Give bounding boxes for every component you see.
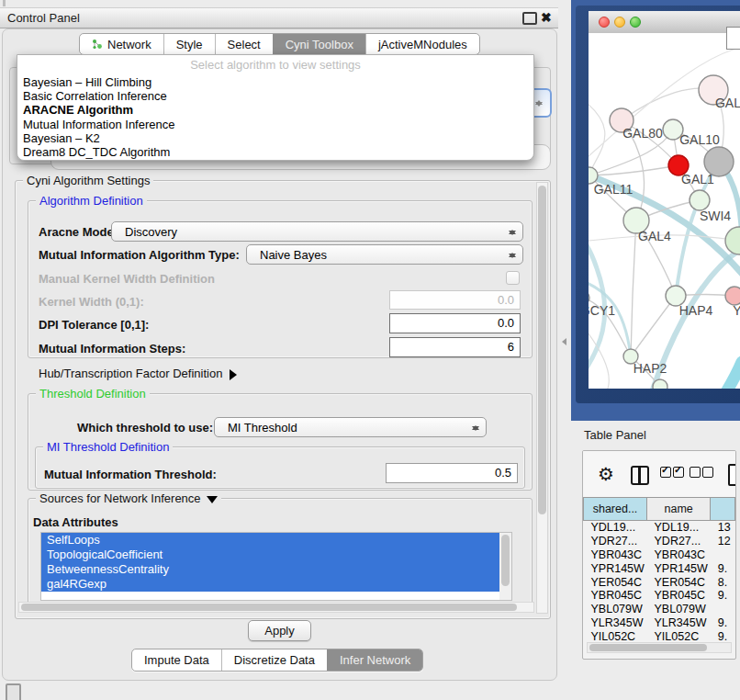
node-label: GAL4 (638, 229, 671, 243)
manual-kernel-label: Manual Kernel Width Definition (39, 272, 215, 286)
column-header[interactable]: shared... (584, 498, 647, 521)
algorithm-option[interactable]: ARACNE Algorithm (19, 103, 532, 117)
select-all-icon[interactable] (660, 467, 686, 480)
aracne-mode-value: Discovery (125, 225, 177, 239)
algorithm-option[interactable]: Basic Correlation Inference (19, 89, 532, 103)
table-cell: 9. (711, 561, 735, 575)
tab-impute-data[interactable]: Impute Data (132, 649, 221, 671)
table-cell: YER054C (647, 575, 711, 589)
panel-divider-arrow-icon[interactable] (558, 338, 566, 345)
node-label: GCY1 (589, 303, 615, 318)
float-window-icon[interactable] (522, 12, 537, 25)
mi-threshold-legend: MI Threshold Definition (43, 440, 173, 454)
attribute-item[interactable]: SelfLoops (41, 533, 506, 548)
network-node-gcy1[interactable] (589, 291, 589, 304)
column-header[interactable] (711, 498, 735, 521)
close-traffic-light-icon[interactable] (599, 17, 610, 28)
attribute-item[interactable]: gal4RGexp (41, 577, 506, 592)
attributes-vscroll-thumb[interactable] (501, 535, 510, 586)
table-cell: YPR145W (647, 561, 711, 575)
table-cell: YLR345W (584, 616, 647, 630)
attributes-vscroll[interactable] (499, 533, 511, 600)
settings-hscroll-thumb[interactable] (21, 604, 517, 611)
table-hscroll-thumb[interactable] (589, 644, 707, 651)
combo-arrows-icon (509, 225, 516, 240)
table-row[interactable]: YDL19...YDL19...13 (584, 521, 735, 535)
kernel-width-field[interactable]: 0.0 (389, 290, 521, 310)
table-cell: 9. (711, 629, 735, 643)
network-window-titlebar[interactable] (589, 11, 740, 34)
tab-label: Style (176, 38, 203, 51)
settings-horizontal-scrollbar[interactable] (18, 602, 534, 613)
table-row[interactable]: YBR043CYBR043C (584, 548, 735, 562)
network-node-y[interactable] (725, 287, 740, 305)
table-cell: 12 (711, 535, 735, 548)
table-row[interactable]: YER054CYER054C8. (584, 575, 735, 589)
dpi-tolerance-field[interactable]: 0.0 (389, 313, 521, 333)
close-icon[interactable]: ✖ (541, 8, 552, 27)
collapse-down-icon (207, 496, 218, 509)
attribute-item[interactable]: TopologicalCoefficient (41, 548, 506, 562)
tab-cyni-toolbox[interactable]: Cyni Toolbox (273, 34, 365, 54)
which-threshold-combo[interactable]: MI Threshold (214, 417, 487, 437)
mi-threshold-field[interactable]: 0.5 (386, 463, 518, 483)
table-cell: YDR27... (584, 535, 647, 548)
hub-definition-toggle[interactable]: Hub/Transcription Factor Definition (39, 367, 242, 380)
column-header[interactable]: name (647, 498, 711, 521)
mi-steps-field[interactable]: 6 (389, 337, 521, 357)
network-icon (92, 39, 103, 50)
network-edge[interactable] (589, 92, 605, 175)
network-svg: GALGAL80GAL10GAL1GAL11GAL4SWI4GCY1HAP4YH… (589, 33, 740, 389)
apply-button[interactable]: Apply (248, 620, 311, 641)
float-panel-icon[interactable] (6, 683, 21, 700)
table-row[interactable]: YLR345WYLR345W9. (584, 616, 735, 630)
network-canvas[interactable]: GALGAL80GAL10GAL1GAL11GAL4SWI4GCY1HAP4YH… (589, 33, 740, 389)
table-row[interactable]: YIL052CYIL052C9. (584, 629, 735, 643)
minimize-traffic-light-icon[interactable] (614, 17, 625, 28)
network-edge[interactable] (631, 220, 636, 356)
sources-legend[interactable]: Sources for Network Inference (36, 491, 221, 506)
node-label: HAP4 (679, 303, 713, 318)
table-row[interactable]: YBL079WYBL079W (584, 603, 735, 616)
deselect-all-icon[interactable] (690, 467, 715, 480)
table-cell: YLR345W (647, 616, 711, 630)
mi-type-combo[interactable]: Naive Bayes (246, 244, 523, 265)
aracne-mode-combo[interactable]: Discovery (111, 221, 523, 242)
tab-network[interactable]: Network (80, 34, 163, 54)
network-node[interactable] (653, 379, 667, 389)
birds-eye-fragment (726, 27, 740, 50)
zoom-traffic-light-icon[interactable] (630, 17, 641, 28)
tab-label: Select (228, 38, 261, 51)
algorithm-option[interactable]: Bayesian – K2 (19, 131, 532, 145)
attribute-item[interactable]: BetweennessCentrality (41, 562, 506, 577)
data-attributes-list[interactable]: SelfLoopsTopologicalCoefficientBetweenne… (40, 532, 512, 601)
table-row[interactable]: YPR145WYPR145W9. (584, 561, 735, 575)
table-cell: 13 (711, 521, 735, 535)
node-label: GAL (715, 96, 740, 110)
table-cell: 9. (711, 616, 735, 630)
network-node-gal1[interactable] (690, 190, 710, 210)
settings-vertical-scrollbar[interactable] (536, 182, 548, 614)
table-row[interactable]: YDR27...YDR27...12 (584, 535, 735, 548)
node-table[interactable]: shared...nameYDL19...YDL19...13YDR27...Y… (583, 497, 735, 643)
gear-icon[interactable]: ⚙ (598, 463, 614, 485)
table-row[interactable]: YBR045CYBR045C9. (584, 589, 735, 603)
table-horizontal-scrollbar[interactable] (587, 642, 732, 653)
export-table-icon[interactable] (728, 464, 736, 486)
algorithm-option[interactable]: Dream8 DC_TDC Algorithm (19, 145, 532, 159)
tab-label: Cyni Toolbox (286, 38, 353, 51)
network-node-swi4[interactable] (725, 227, 740, 254)
algorithm-option[interactable]: Bayesian – Hill Climbing (19, 75, 532, 89)
split-view-icon[interactable] (631, 466, 649, 485)
algorithm-option[interactable]: Mutual Information Inference (19, 118, 532, 131)
tab-infer-network[interactable]: Infer Network (327, 649, 422, 671)
tab-style[interactable]: Style (163, 34, 215, 54)
table-cell: YDR27... (647, 535, 711, 548)
tab-discretize-data[interactable]: Discretize Data (221, 649, 327, 671)
tab-jactivemnodules[interactable]: jActiveMNodules (365, 34, 479, 54)
manual-kernel-checkbox[interactable] (506, 271, 520, 285)
tab-select[interactable]: Select (215, 34, 273, 54)
expand-right-icon (230, 369, 242, 380)
settings-vscroll-thumb[interactable] (538, 186, 546, 514)
network-edge[interactable] (707, 362, 740, 389)
